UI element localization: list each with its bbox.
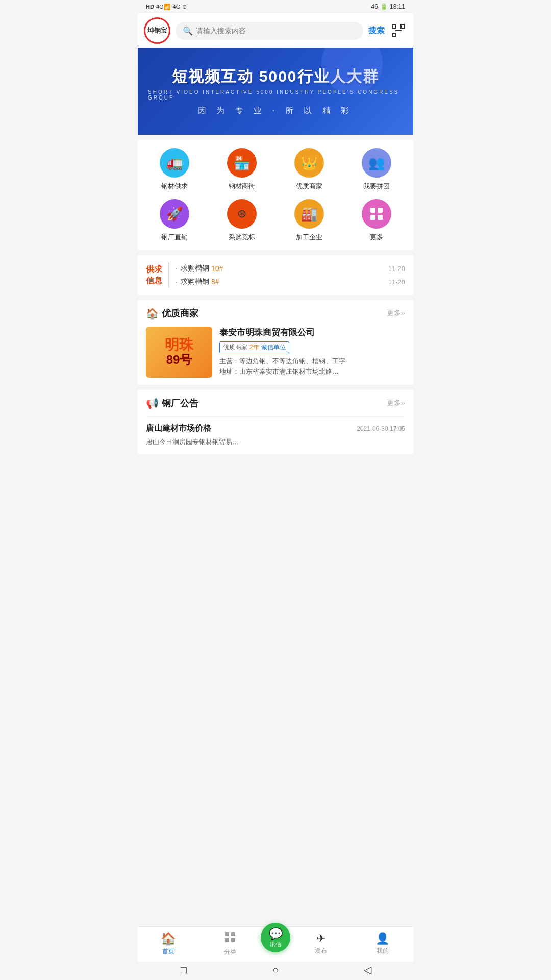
- merchant-badge: 优质商家 2年 诚信单位: [219, 341, 289, 353]
- svg-rect-6: [370, 215, 375, 220]
- search-bar[interactable]: 🔍: [176, 22, 363, 40]
- signal-4g-icon2: 4G: [173, 4, 181, 10]
- announcement-header-1: 唐山建材市场价格 2021-06-30 17:05: [146, 423, 405, 434]
- logo[interactable]: 坤钢宝: [144, 17, 170, 44]
- supply-label: 供求信息: [146, 264, 162, 287]
- factory-section-label: 钢厂公告: [162, 397, 198, 409]
- menu-label-processing: 加工企业: [296, 233, 322, 242]
- section-title-merchant: 🏠 优质商家: [146, 307, 198, 320]
- menu-label-quality-merchant: 优质商家: [296, 182, 322, 191]
- merchant-section-icon: 🏠: [146, 307, 159, 320]
- svg-rect-0: [392, 24, 396, 28]
- merchant-desc-2: 地址：山东省泰安市满庄钢材市场北路…: [219, 366, 405, 377]
- menu-icon-more: [362, 199, 391, 229]
- announcement-excerpt-1: 唐山今日涧房园专钢材钢贸易…: [146, 437, 405, 447]
- header: 坤钢宝 🔍 搜索: [138, 13, 413, 48]
- menu-item-quality-merchant[interactable]: 👑 优质商家: [278, 148, 341, 191]
- menu-label-steel-street: 钢材商街: [229, 182, 255, 191]
- clock: 18:11: [390, 3, 405, 10]
- signal-4g-icon: 4G📶: [156, 4, 171, 10]
- menu-icon-processing: 🏭: [294, 199, 324, 229]
- section-header-factory: 📢 钢厂公告 更多 ››: [146, 397, 405, 409]
- merchant-more-button[interactable]: 更多 ››: [387, 309, 405, 318]
- svg-rect-7: [378, 215, 383, 220]
- wifi-icon: ⊙: [182, 4, 187, 10]
- menu-grid: 🚛 钢材供求 🏪 钢材商街 👑 优质商家 👥 我要拼团 🚀: [143, 148, 408, 242]
- menu-label-more: 更多: [370, 233, 383, 242]
- menu-item-factory-direct[interactable]: 🚀 钢厂直销: [143, 199, 206, 242]
- status-bar: HD 4G📶 4G ⊙ 46 🔋 18:11: [138, 0, 413, 13]
- menu-item-group-buy[interactable]: 👥 我要拼团: [345, 148, 408, 191]
- banner[interactable]: 短视频互动 5000行业人大群 SHORT VIDEO INTERACTIVE …: [138, 48, 413, 135]
- menu-label-group-buy: 我要拼团: [363, 182, 390, 191]
- supply-divider: [168, 262, 169, 288]
- menu-item-supply-demand[interactable]: 🚛 钢材供求: [143, 148, 206, 191]
- merchant-name: 泰安市明珠商贸有限公司: [219, 327, 405, 338]
- svg-rect-1: [401, 24, 405, 28]
- supply-item-2[interactable]: · 求购槽钢 8# 11-20: [176, 277, 405, 286]
- supply-date-2: 11-20: [388, 278, 405, 286]
- merchant-card[interactable]: 明珠 89号 泰安市明珠商贸有限公司 优质商家 2年 诚信单位 主营：等边角钢、…: [146, 327, 405, 378]
- quality-merchant-section: 🏠 优质商家 更多 ›› 明珠 89号 泰安市明珠商贸有限公司 优质商家 2年 …: [138, 300, 413, 385]
- announcement-title-1: 唐山建材市场价格: [146, 423, 211, 434]
- supply-item-1[interactable]: · 求购槽钢 10# 11-20: [176, 264, 405, 273]
- factory-section-icon: 📢: [146, 397, 159, 409]
- menu-icon-steel-street: 🏪: [227, 148, 257, 178]
- scan-icon: [391, 23, 406, 38]
- supply-section: 供求信息 · 求购槽钢 10# 11-20 · 求购槽钢 8# 11-20: [138, 255, 413, 295]
- section-title-factory: 📢 钢厂公告: [146, 397, 198, 409]
- svg-rect-2: [392, 33, 396, 37]
- merchant-desc-1: 主营：等边角钢、不等边角钢、槽钢、工字: [219, 356, 405, 366]
- chevron-right-icon-factory: ››: [401, 400, 405, 407]
- menu-label-purchase-bid: 采购竞标: [229, 233, 255, 242]
- menu-item-purchase-bid[interactable]: ⊛ 采购竞标: [210, 199, 273, 242]
- svg-rect-5: [378, 208, 383, 213]
- menu-item-processing[interactable]: 🏭 加工企业: [278, 199, 341, 242]
- menu-label-supply-demand: 钢材供求: [161, 182, 188, 191]
- menu-label-factory-direct: 钢厂直销: [161, 233, 188, 242]
- menu-item-steel-street[interactable]: 🏪 钢材商街: [210, 148, 273, 191]
- merchant-badge-base: 优质商家: [223, 343, 247, 352]
- menu-icon-factory-direct: 🚀: [160, 199, 189, 229]
- merchant-section-label: 优质商家: [162, 307, 198, 320]
- hd-icon: HD: [146, 4, 154, 10]
- status-right: 46 🔋 18:11: [371, 3, 405, 10]
- factory-more-button[interactable]: 更多 ››: [387, 399, 405, 408]
- supply-list: · 求购槽钢 10# 11-20 · 求购槽钢 8# 11-20: [176, 264, 405, 286]
- banner-tagline: 因 为 专 业 · 所 以 精 彩: [198, 106, 353, 116]
- search-button[interactable]: 搜索: [368, 26, 385, 36]
- merchant-info: 泰安市明珠商贸有限公司 优质商家 2年 诚信单位 主营：等边角钢、不等边角钢、槽…: [219, 327, 405, 378]
- menu-icon-quality-merchant: 👑: [294, 148, 324, 178]
- menu-icon-supply-demand: 🚛: [160, 148, 189, 178]
- status-left: HD 4G📶 4G ⊙: [146, 4, 187, 10]
- merchant-img-text-1: 明珠: [165, 337, 193, 353]
- supply-date-1: 11-20: [388, 265, 405, 273]
- supply-num-1: 10#: [211, 264, 223, 273]
- menu-section: 🚛 钢材供求 🏪 钢材商街 👑 优质商家 👥 我要拼团 🚀: [138, 140, 413, 250]
- logo-text: 坤钢宝: [147, 26, 167, 35]
- announcement-date-1: 2021-06-30 17:05: [357, 425, 405, 432]
- section-header-merchant: 🏠 优质商家 更多 ››: [146, 307, 405, 320]
- merchant-badge-year: 2年: [249, 343, 259, 352]
- supply-num-2: 8#: [211, 278, 219, 286]
- menu-item-more[interactable]: 更多: [345, 199, 408, 242]
- supply-text-1: 求购槽钢: [181, 264, 209, 273]
- chevron-right-icon: ››: [401, 310, 405, 317]
- supply-text-2: 求购槽钢: [181, 277, 209, 286]
- search-icon: 🔍: [183, 26, 193, 36]
- merchant-img-text-2: 89号: [165, 353, 193, 366]
- scan-button[interactable]: [390, 22, 407, 39]
- menu-icon-purchase-bid: ⊛: [227, 199, 257, 229]
- battery-icon: 🔋: [380, 3, 388, 10]
- merchant-badge-credit: 诚信单位: [261, 343, 286, 352]
- search-input[interactable]: [196, 27, 356, 35]
- factory-section: 📢 钢厂公告 更多 ›› 唐山建材市场价格 2021-06-30 17:05 唐…: [138, 390, 413, 454]
- svg-rect-4: [370, 208, 375, 213]
- merchant-image: 明珠 89号: [146, 327, 212, 378]
- announcement-item-1[interactable]: 唐山建材市场价格 2021-06-30 17:05 唐山今日涧房园专钢材钢贸易…: [146, 416, 405, 447]
- menu-icon-group-buy: 👥: [362, 148, 391, 178]
- battery-level: 46: [371, 3, 378, 10]
